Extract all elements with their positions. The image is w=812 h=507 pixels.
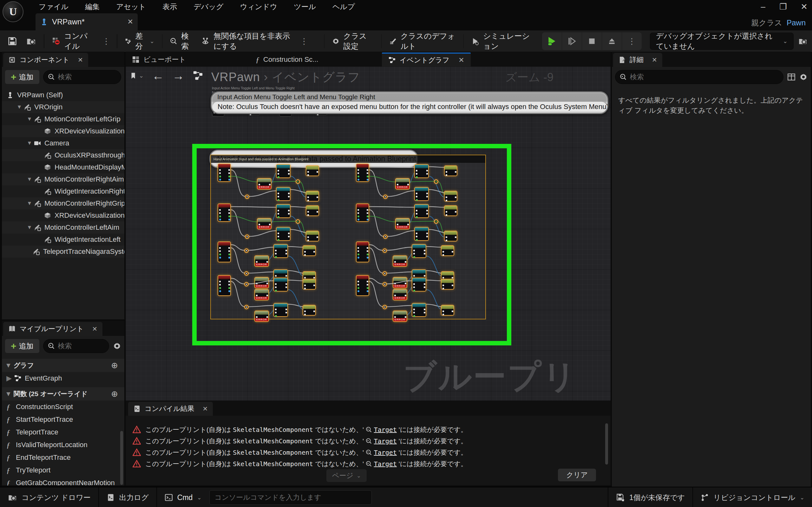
cmd-dropdown[interactable]: Cmd ⌄: [157, 487, 209, 507]
unsaved-assets-button[interactable]: 1個が未保存です: [608, 487, 693, 507]
reroute-node[interactable]: [383, 305, 387, 309]
details-tab[interactable]: 詳細 ✕: [613, 53, 662, 67]
tab-close-icon[interactable]: ✕: [458, 56, 464, 64]
find-button[interactable]: 検索: [165, 33, 197, 49]
event-node[interactable]: [217, 241, 231, 262]
play-button[interactable]: [542, 32, 562, 50]
page-dropdown[interactable]: ページ⌄: [326, 469, 367, 482]
set-node[interactable]: [414, 227, 429, 241]
reroute-node[interactable]: [245, 194, 249, 199]
reroute-node[interactable]: [245, 234, 249, 239]
function-tryteleport[interactable]: ƒTryTeleport: [2, 464, 124, 476]
tree-item-camera[interactable]: ▼Camera: [2, 137, 124, 149]
function-isvalidteleportlocation[interactable]: ƒIsValidTeleportLocation: [2, 439, 124, 451]
debug-browse-button[interactable]: [794, 33, 812, 49]
restore-button[interactable]: ❐: [779, 2, 786, 12]
compile-warning-row[interactable]: このブループリント(自身)は SkeletalMeshComponent ではな…: [125, 458, 611, 469]
compile-results-tab[interactable]: コンパイル結果 ✕: [128, 402, 213, 416]
breadcrumb-root[interactable]: VRPawn: [211, 70, 260, 83]
output-node[interactable]: [441, 279, 454, 290]
diff-button[interactable]: 差分⌄: [120, 33, 159, 49]
details-search-input[interactable]: 検索: [615, 70, 783, 84]
graphs-section-header[interactable]: ▼グラフ⊕: [2, 359, 124, 372]
debug-object-dropdown[interactable]: デバッグオブジェクトが選択されていません ⌄: [650, 33, 794, 50]
output-node[interactable]: [303, 279, 316, 290]
function-node[interactable]: ERROR: [257, 178, 271, 189]
save-button[interactable]: [3, 33, 21, 49]
output-node[interactable]: [306, 191, 319, 202]
tree-item-vrorigin[interactable]: ▼VROrigin: [2, 101, 124, 113]
target-link[interactable]: Target: [374, 460, 397, 468]
chevron-down-icon[interactable]: ▼: [26, 200, 34, 207]
menu-help[interactable]: ヘルプ: [324, 0, 363, 13]
add-graph-icon[interactable]: ⊕: [111, 360, 118, 371]
function-node[interactable]: ERROR: [395, 178, 410, 189]
output-node[interactable]: [303, 245, 316, 256]
tree-item-widgetinteractionright[interactable]: WidgetInteractionRight: [2, 185, 124, 198]
set-node[interactable]: [276, 204, 291, 218]
tree-item-vrpawn-self[interactable]: VRPawn (Self): [2, 89, 124, 101]
menu-tools[interactable]: ツール: [286, 0, 324, 13]
components-tab-close-icon[interactable]: ✕: [78, 56, 83, 64]
chevron-down-icon[interactable]: ▼: [26, 224, 34, 231]
chevron-down-icon[interactable]: ▼: [26, 176, 34, 182]
asset-tab-vrpawn[interactable]: VRPawn* ✕: [36, 13, 138, 31]
target-link[interactable]: Target: [374, 426, 397, 434]
menu-asset[interactable]: アセット: [108, 0, 154, 13]
function-teleporttrace[interactable]: ƒTeleportTrace: [2, 426, 124, 439]
menu-file[interactable]: ファイル: [31, 0, 77, 13]
settings-gear-icon[interactable]: [799, 73, 808, 81]
class-defaults-button[interactable]: クラスのデフォルト: [385, 33, 460, 49]
set-node[interactable]: [276, 227, 291, 241]
back-arrow-icon[interactable]: ←: [152, 70, 164, 82]
set-node[interactable]: [414, 204, 429, 218]
revision-control-button[interactable]: リビジョンコントロール ⌄: [693, 487, 812, 507]
forward-arrow-icon[interactable]: →: [172, 70, 184, 82]
add-component-button[interactable]: +追加: [5, 70, 39, 84]
compile-results-close-icon[interactable]: ✕: [203, 405, 208, 412]
my-blueprint-search-input[interactable]: 検索: [43, 339, 109, 353]
data-pin-dot[interactable]: [296, 179, 300, 184]
menu-view[interactable]: 表示: [154, 0, 185, 13]
unreal-logo-icon[interactable]: U: [3, 1, 23, 22]
components-tab[interactable]: コンポーネント ✕: [3, 53, 88, 67]
event-node[interactable]: [356, 275, 369, 296]
output-node[interactable]: [306, 205, 319, 216]
function-constructionscript[interactable]: ƒConstructionScript: [2, 400, 124, 413]
clear-button[interactable]: クリア: [558, 469, 596, 481]
set-node[interactable]: [273, 244, 288, 258]
set-node[interactable]: [412, 244, 426, 258]
output-node[interactable]: [444, 231, 457, 241]
output-node[interactable]: [441, 245, 454, 256]
tree-item-xrdevicevisualizationright[interactable]: XRDeviceVisualizationRight: [2, 210, 124, 222]
hide-unrelated-options-icon[interactable]: ⋮: [297, 37, 311, 45]
add-blueprint-item-button[interactable]: +追加: [5, 339, 39, 353]
scrollbar[interactable]: [120, 431, 123, 485]
reroute-node[interactable]: [383, 234, 388, 239]
tab-construction-script[interactable]: ƒ Construction Sc...: [249, 53, 325, 66]
my-blueprint-tab-close-icon[interactable]: ✕: [92, 325, 97, 333]
target-link[interactable]: Target: [374, 437, 397, 445]
output-node[interactable]: [306, 165, 319, 176]
event-node[interactable]: [217, 275, 231, 296]
chevron-down-icon[interactable]: ▼: [15, 104, 23, 110]
settings-gear-icon[interactable]: [113, 342, 121, 350]
tree-item-widgetinteractionleft[interactable]: WidgetInteractionLeft: [2, 233, 124, 245]
tree-item-xrdevicevisualizationleft[interactable]: XRDeviceVisualizationLeft: [2, 125, 124, 137]
asset-tab-close-icon[interactable]: ✕: [128, 18, 133, 26]
compile-warning-row[interactable]: このブループリント(自身)は SkeletalMeshComponent ではな…: [125, 435, 611, 447]
tree-item-motioncontrollerleftaim[interactable]: ▼MotionControllerLeftAim: [2, 222, 124, 233]
function-node[interactable]: ERROR: [257, 218, 271, 229]
data-pin-dot[interactable]: [296, 219, 300, 224]
menu-edit[interactable]: 編集: [77, 0, 108, 13]
function-node[interactable]: ERROR: [393, 311, 407, 322]
event-node[interactable]: [356, 164, 369, 182]
set-node[interactable]: [276, 187, 291, 201]
components-search-input[interactable]: 検索: [43, 70, 121, 84]
output-node[interactable]: [306, 231, 319, 241]
stop-button[interactable]: [582, 32, 602, 50]
parent-class-link[interactable]: Pawn: [786, 18, 806, 27]
hide-unrelated-button[interactable]: 無関係な項目を非表示にする: [197, 33, 297, 49]
set-node[interactable]: [412, 303, 426, 317]
function-node[interactable]: ERROR: [254, 311, 269, 322]
